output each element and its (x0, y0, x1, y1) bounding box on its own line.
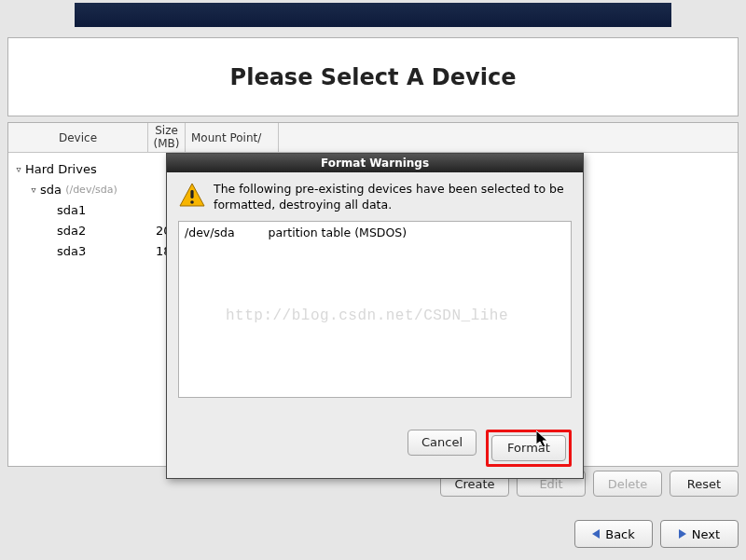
col-mount[interactable]: Mount Point/ (186, 123, 279, 152)
table-header: Device Size (MB) Mount Point/ (8, 123, 738, 153)
dialog-buttons: Cancel Format (178, 430, 572, 467)
expander-icon[interactable]: ▿ (27, 184, 40, 195)
format-button-highlight: Format (486, 430, 572, 467)
reset-button[interactable]: Reset (670, 471, 739, 497)
svg-point-2 (190, 200, 194, 204)
warning-icon (178, 182, 206, 212)
dialog-title: Format Warnings (167, 154, 583, 172)
nav-buttons: Back Next (574, 520, 739, 548)
expander-icon[interactable]: ▿ (12, 164, 25, 174)
format-device-list[interactable]: /dev/sda partition table (MSDOS) http://… (178, 221, 572, 398)
installer-top-bar (75, 3, 671, 27)
cancel-button[interactable]: Cancel (408, 430, 477, 456)
next-button[interactable]: Next (660, 520, 739, 548)
arrow-left-icon (592, 529, 600, 539)
device-desc: partition table (MSDOS) (269, 225, 408, 239)
back-button[interactable]: Back (574, 520, 653, 548)
col-device[interactable]: Device (8, 123, 148, 152)
watermark-text: http://blog.csdn.net/CSDN_lihe (226, 307, 508, 324)
title-panel: Please Select A Device (7, 37, 739, 116)
device-path: /dev/sda (185, 225, 235, 239)
col-size[interactable]: Size (MB) (148, 123, 186, 152)
delete-button: Delete (593, 471, 662, 497)
format-button[interactable]: Format (491, 435, 566, 461)
list-item[interactable]: /dev/sda partition table (MSDOS) (185, 225, 565, 239)
page-title: Please Select A Device (230, 64, 517, 90)
arrow-right-icon (679, 529, 686, 539)
dialog-message: The following pre-existing devices have … (214, 182, 572, 213)
format-warnings-dialog: Format Warnings The following pre-existi… (166, 153, 584, 479)
svg-rect-1 (190, 190, 193, 198)
device-path-hint: (/dev/sda) (65, 184, 117, 196)
